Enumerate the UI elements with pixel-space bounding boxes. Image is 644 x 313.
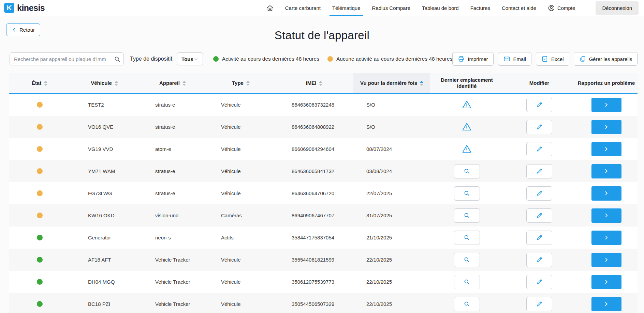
type-cell: Véhicule xyxy=(207,190,275,196)
view-location-button[interactable] xyxy=(454,231,480,245)
vehicle-cell: AF18 AFT xyxy=(70,257,138,263)
imei-cell: 866069064294604 xyxy=(275,146,353,152)
table-row: YM71 WAM stratus-e Véhicule 864636065841… xyxy=(9,160,638,182)
nav-item-radius-compare[interactable]: Radius Compare xyxy=(372,0,410,16)
edit-button[interactable] xyxy=(526,208,552,223)
table-row: AF18 AFT Vehicle Tracker Véhicule 355544… xyxy=(9,249,638,271)
nav-item-carte-carburant[interactable]: Carte carburant xyxy=(285,0,321,16)
imei-cell: 864636064706720 xyxy=(275,190,353,196)
nav-item-tableau-de-bord[interactable]: Tableau de bord xyxy=(422,0,459,16)
device-cell: atom-e xyxy=(138,146,207,152)
print-button[interactable]: Imprimer xyxy=(452,52,493,66)
column-header-vehicule[interactable]: Véhicule xyxy=(70,73,138,93)
green-status-dot xyxy=(213,56,219,62)
report-problem-button[interactable] xyxy=(591,142,621,156)
column-header-type[interactable]: Type xyxy=(207,73,275,93)
account-menu[interactable]: Compte xyxy=(548,0,575,16)
svg-text:x: x xyxy=(544,58,546,61)
edit-button[interactable] xyxy=(526,186,552,201)
sort-icon xyxy=(115,81,118,86)
nav-item-contact-et-aide[interactable]: Contact et aide xyxy=(502,0,536,16)
view-location-button[interactable] xyxy=(454,253,480,267)
column-header-dernier-emplacement: Dernier emplacement identifié xyxy=(430,73,503,93)
pencil-icon xyxy=(536,256,543,263)
report-problem-button[interactable] xyxy=(591,297,621,311)
imei-cell: 350612075539773 xyxy=(275,279,353,285)
report-problem-button[interactable] xyxy=(591,98,621,112)
report-problem-button[interactable] xyxy=(591,253,621,267)
status-dot xyxy=(37,168,43,174)
edit-button[interactable] xyxy=(526,98,552,112)
column-header-appareil[interactable]: Appareil xyxy=(138,73,207,93)
manage-devices-button[interactable]: Gérer les appareils xyxy=(574,52,638,66)
report-problem-button[interactable] xyxy=(591,231,621,245)
type-cell: Véhicule xyxy=(207,279,275,285)
account-label: Compte xyxy=(557,5,575,11)
edit-button[interactable] xyxy=(526,231,552,245)
edit-button[interactable] xyxy=(526,164,552,178)
edit-button[interactable] xyxy=(526,142,552,156)
column-header-etat[interactable]: État xyxy=(9,73,70,93)
pencil-icon xyxy=(536,190,543,197)
logout-button[interactable]: Déconnexion xyxy=(596,1,639,15)
last-seen-cell: 03/08/2024 xyxy=(353,168,430,174)
edit-button[interactable] xyxy=(526,275,552,289)
edit-button[interactable] xyxy=(526,120,552,134)
view-location-button[interactable] xyxy=(454,164,480,178)
person-icon xyxy=(548,4,555,12)
report-problem-button[interactable] xyxy=(591,164,621,178)
chevron-right-icon xyxy=(603,257,609,263)
back-button[interactable]: Retour xyxy=(6,24,40,36)
status-dot xyxy=(37,146,43,152)
device-cell: stratus-e xyxy=(138,102,207,108)
pencil-icon xyxy=(536,301,543,307)
chevron-right-icon xyxy=(603,146,609,152)
report-problem-button[interactable] xyxy=(591,275,621,289)
edit-button[interactable] xyxy=(526,297,552,311)
sort-icon xyxy=(246,81,250,86)
device-cell: stratus-e xyxy=(138,168,207,174)
edit-button[interactable] xyxy=(526,253,552,267)
search-location-icon xyxy=(464,279,470,285)
view-location-button[interactable] xyxy=(454,186,480,201)
chevron-left-icon xyxy=(12,27,17,32)
email-button[interactable]: Email xyxy=(498,52,532,66)
last-seen-cell: 21/10/2025 xyxy=(353,235,430,240)
report-problem-button[interactable] xyxy=(591,120,621,134)
report-problem-button[interactable] xyxy=(591,186,621,201)
column-header-modifier: Modifier xyxy=(503,73,575,93)
excel-button[interactable]: x Excel xyxy=(536,52,569,66)
column-header-vu-derniere-fois[interactable]: Vu pour la dernière fois xyxy=(353,73,430,93)
nav-item-factures[interactable]: Factures xyxy=(470,0,490,16)
page-title: Statut de l'appareil xyxy=(0,16,644,43)
type-cell: Véhicule xyxy=(207,102,275,108)
brand-logo[interactable]: K kinesis xyxy=(4,3,45,13)
search-input[interactable] xyxy=(10,52,124,65)
imei-cell: 864636063732248 xyxy=(275,102,353,108)
device-type-label: Type de dispositif: xyxy=(130,56,174,62)
last-seen-cell: 22/07/2025 xyxy=(353,190,430,196)
search-location-icon xyxy=(464,190,470,197)
pencil-icon xyxy=(536,101,543,108)
no-location-warning-icon xyxy=(462,99,472,110)
pencil-icon xyxy=(536,212,543,219)
vehicle-cell: Generator xyxy=(70,235,138,240)
vehicle-cell: BC18 PZI xyxy=(70,301,138,307)
view-location-button[interactable] xyxy=(454,275,480,289)
view-location-button[interactable] xyxy=(454,297,480,311)
main-content: Retour Statut de l'appareil Type de disp… xyxy=(0,16,644,313)
top-nav: K kinesis Carte carburant Télématique Ra… xyxy=(0,0,644,16)
last-seen-cell: 22/10/2025 xyxy=(353,301,430,307)
status-dot xyxy=(37,257,43,263)
status-dot xyxy=(37,190,43,196)
nav-item-telematique[interactable]: Télématique xyxy=(332,0,361,16)
pencil-icon xyxy=(536,124,543,130)
column-header-imei[interactable]: IMEI xyxy=(275,73,353,93)
view-location-button[interactable] xyxy=(454,208,480,223)
device-cell: stratus-e xyxy=(138,124,207,130)
imei-cell: 864636064808922 xyxy=(275,124,353,130)
report-problem-button[interactable] xyxy=(591,208,621,223)
type-cell: Véhicule xyxy=(207,146,275,152)
home-icon[interactable] xyxy=(266,0,274,16)
device-type-select[interactable]: Tous xyxy=(177,52,203,65)
